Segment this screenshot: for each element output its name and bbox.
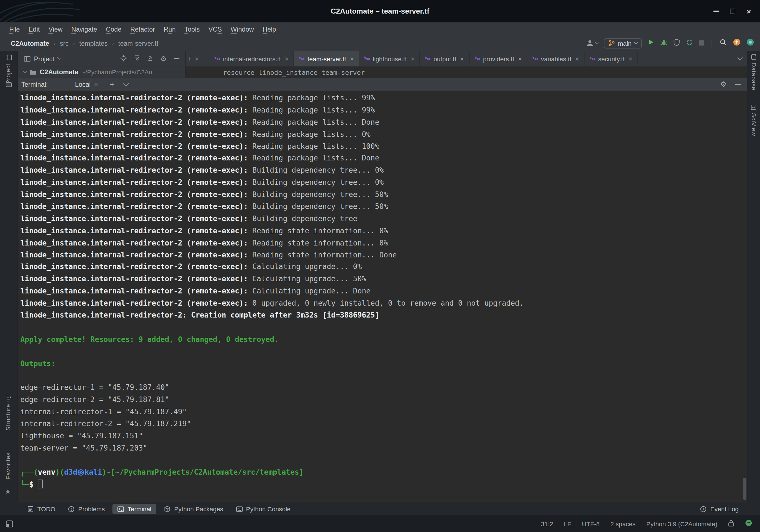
menu-edit[interactable]: Edit (24, 25, 44, 33)
project-tool-window-header[interactable]: Project ⚙ (18, 51, 186, 67)
run-button[interactable] (647, 39, 654, 48)
editor-tab-variables.tf[interactable]: variables.tf× (527, 51, 585, 67)
terminal-text-segment: linode_instance.internal-redirector-2 (r… (21, 287, 248, 296)
editor-tab-providers.tf[interactable]: providers.tf× (469, 51, 527, 67)
tool-stripe-icon[interactable] (6, 82, 12, 87)
tab-close-icon[interactable]: × (195, 55, 199, 63)
run-with-coverage-button[interactable] (673, 38, 680, 48)
breadcrumb-team-server.tf[interactable]: team-server.tf (118, 40, 158, 47)
tool-stripe-structure[interactable]: Structure (5, 404, 12, 431)
status-31-2[interactable]: 31:2 (541, 520, 553, 527)
debug-button[interactable] (660, 38, 668, 48)
editor-tab-f[interactable]: f× (186, 51, 210, 67)
menu-refactor[interactable]: Refactor (126, 25, 159, 33)
close-window-icon[interactable]: × (745, 8, 752, 15)
breadcrumb-templates[interactable]: templates (79, 40, 108, 47)
status-2-spaces[interactable]: 2 spaces (610, 520, 636, 527)
toolwindow-button-python-packages[interactable]: Python Packages (159, 504, 228, 514)
terminal-output[interactable]: linode_instance.internal-redirector-2 (r… (18, 91, 747, 502)
editor-area[interactable]: resource linode_instance team-server (186, 67, 747, 77)
terminal-line: linode_instance.internal-redirector-2 (r… (21, 176, 747, 189)
tab-close-icon[interactable]: × (350, 55, 354, 63)
close-terminal-tab-icon[interactable]: × (94, 81, 98, 88)
event-log-button[interactable]: Event Log (700, 506, 739, 512)
maximize-window-icon[interactable] (729, 8, 736, 15)
search-everywhere-icon[interactable] (719, 38, 727, 48)
tab-close-icon[interactable]: × (285, 55, 289, 63)
git-branch-selector[interactable]: main (604, 38, 642, 48)
stop-button[interactable] (699, 39, 704, 48)
menu-code[interactable]: Code (101, 25, 126, 33)
terminal-line: linode_instance.internal-redirector-2 (r… (21, 152, 747, 165)
tool-stripe-project[interactable]: Project (5, 64, 12, 84)
menu-navigate[interactable]: Navigate (67, 25, 102, 33)
favorites-star-icon[interactable]: ★ (5, 487, 11, 495)
toolwindow-button-todo[interactable]: TODO (23, 504, 60, 514)
menu-file[interactable]: File (5, 25, 24, 33)
users-icon[interactable] (586, 39, 598, 47)
project-settings-gear-icon[interactable]: ⚙ (160, 55, 167, 62)
editor-tab-internal-redirectors.tf[interactable]: internal-redirectors.tf× (210, 51, 294, 67)
terminal-line: team-server = "45.79.187.203" (21, 442, 747, 455)
toolwindow-button-python-console[interactable]: Python Console (231, 504, 295, 514)
tab-close-icon[interactable]: × (411, 55, 415, 63)
menu-help[interactable]: Help (258, 25, 280, 33)
expand-all-icon[interactable] (134, 55, 140, 62)
structure-stripe-icon[interactable] (6, 396, 12, 402)
toolwindow-toggle-icon[interactable] (6, 520, 13, 527)
event-log-icon (700, 506, 707, 512)
update-available-icon[interactable] (733, 38, 740, 48)
collapse-all-icon[interactable] (147, 55, 153, 62)
editor-tab-team-server.tf[interactable]: team-server.tf× (294, 51, 359, 67)
right-tool-stripe: Database SciView (747, 51, 760, 502)
terminal-sessions-dropdown-icon[interactable] (123, 81, 129, 86)
code-with-me-icon[interactable] (746, 38, 754, 48)
breadcrumb-c2automate[interactable]: C2Automate (11, 40, 49, 47)
breadcrumb-src[interactable]: src (60, 40, 69, 47)
hidden-tabs-icon[interactable] (733, 51, 747, 67)
toolwindow-button-problems[interactable]: Problems (63, 504, 110, 514)
status-lf[interactable]: LF (564, 520, 571, 527)
tool-stripe-sciview[interactable]: SciView (750, 113, 757, 136)
write-access-lock-icon[interactable] (728, 519, 735, 528)
locate-file-icon[interactable] (120, 55, 127, 63)
tool-stripe-database[interactable]: Database (750, 63, 757, 91)
project-tree-root[interactable]: C2Automate ~/PycharmProjects/C2Au (18, 67, 186, 77)
minimize-window-icon[interactable] (713, 8, 720, 15)
status-utf-8[interactable]: UTF-8 (582, 520, 600, 527)
terminal-settings-gear-icon[interactable]: ⚙ (720, 81, 727, 88)
tab-close-icon[interactable]: × (460, 55, 464, 63)
menu-view[interactable]: View (44, 25, 67, 33)
terminal-tab-local[interactable]: Local × (75, 81, 98, 88)
terminal-scrollbar[interactable] (743, 478, 746, 500)
tab-row: Project ⚙ f×internal-redirectors.tf×team… (18, 51, 747, 67)
editor-tab-security.tf[interactable]: security.tf× (585, 51, 638, 67)
terminal-text-segment: linode_instance.internal-redirector-2 (r… (21, 238, 248, 247)
terminal-text-segment: linode_instance.internal-redirector-2 (r… (21, 263, 248, 271)
toolwindow-button-terminal[interactable]: Terminal (113, 504, 156, 514)
tree-expand-icon[interactable] (23, 69, 27, 73)
profiler-button[interactable] (686, 38, 693, 48)
sciview-stripe-icon[interactable] (751, 104, 757, 110)
menu-tools[interactable]: Tools (180, 25, 204, 33)
status-bar: 31:2LFUTF-82 spacesPython 3.9 (C2Automat… (0, 515, 760, 532)
menu-vcs[interactable]: VCS (204, 25, 226, 33)
tab-close-icon[interactable]: × (629, 55, 632, 63)
project-stripe-icon[interactable] (6, 54, 12, 61)
tab-close-icon[interactable]: × (518, 55, 522, 63)
terminal-text-segment: Building dependency tree... 0% (248, 178, 384, 187)
database-stripe-icon[interactable] (751, 54, 757, 60)
tool-stripe-favorites[interactable]: Favorites (5, 453, 12, 480)
toolwindow-button-label: Python Console (246, 506, 291, 512)
status-widget-icon[interactable] (745, 519, 752, 528)
menu-window[interactable]: Window (226, 25, 259, 33)
terminal-text-segment: Building dependency tree... 50% (248, 202, 388, 211)
hide-project-panel-icon[interactable] (174, 58, 179, 59)
new-terminal-session-icon[interactable]: + (110, 80, 115, 89)
tab-close-icon[interactable]: × (575, 55, 579, 63)
editor-tab-output.tf[interactable]: output.tf× (420, 51, 469, 67)
status-python-3-9-c2automate-[interactable]: Python 3.9 (C2Automate) (646, 520, 717, 527)
hide-terminal-icon[interactable] (736, 84, 740, 85)
menu-run[interactable]: Run (159, 25, 180, 33)
editor-tab-lighthouse.tf[interactable]: lighthouse.tf× (359, 51, 420, 67)
